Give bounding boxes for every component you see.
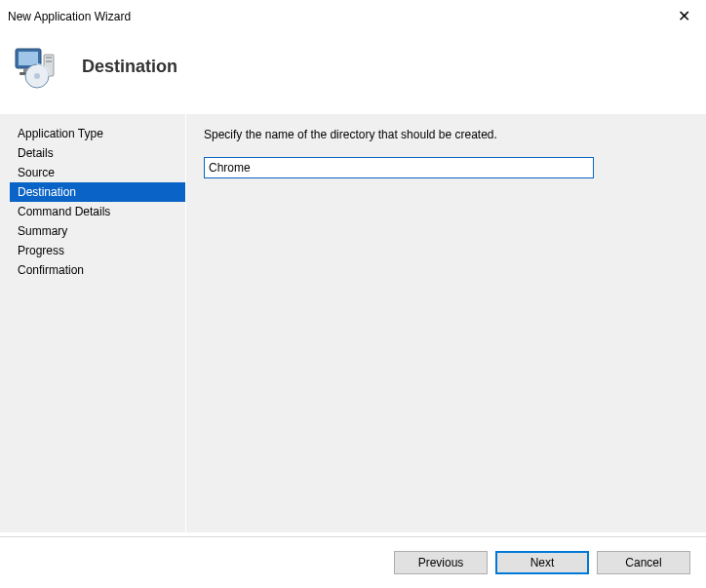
cancel-button[interactable]: Cancel: [597, 551, 690, 574]
main-panel: Specify the name of the directory that s…: [185, 114, 706, 532]
footer-separator: [0, 536, 706, 537]
step-details[interactable]: Details: [10, 143, 185, 163]
content-area: Application Type Details Source Destinat…: [0, 113, 706, 532]
step-destination[interactable]: Destination: [10, 182, 185, 202]
step-source[interactable]: Source: [10, 163, 185, 182]
instruction-text: Specify the name of the directory that s…: [204, 128, 688, 141]
close-icon[interactable]: ✕: [672, 7, 696, 26]
step-command-details[interactable]: Command Details: [10, 202, 185, 221]
previous-button[interactable]: Previous: [394, 551, 488, 574]
titlebar: New Application Wizard ✕: [0, 0, 706, 31]
page-title: Destination: [82, 57, 177, 77]
svg-rect-1: [19, 52, 38, 65]
window-title: New Application Wizard: [8, 10, 131, 23]
step-application-type[interactable]: Application Type: [10, 124, 185, 143]
next-button[interactable]: Next: [495, 551, 589, 574]
svg-rect-6: [46, 60, 52, 62]
step-confirmation[interactable]: Confirmation: [10, 260, 185, 280]
svg-point-8: [34, 73, 40, 79]
step-summary[interactable]: Summary: [10, 221, 185, 241]
computer-disc-icon: [12, 43, 59, 90]
svg-rect-5: [46, 57, 52, 59]
header-band: Destination: [0, 31, 706, 113]
wizard-steps-sidebar: Application Type Details Source Destinat…: [0, 114, 185, 532]
footer-buttons: Previous Next Cancel: [394, 541, 690, 574]
step-progress[interactable]: Progress: [10, 241, 185, 260]
directory-name-input[interactable]: [204, 157, 594, 178]
